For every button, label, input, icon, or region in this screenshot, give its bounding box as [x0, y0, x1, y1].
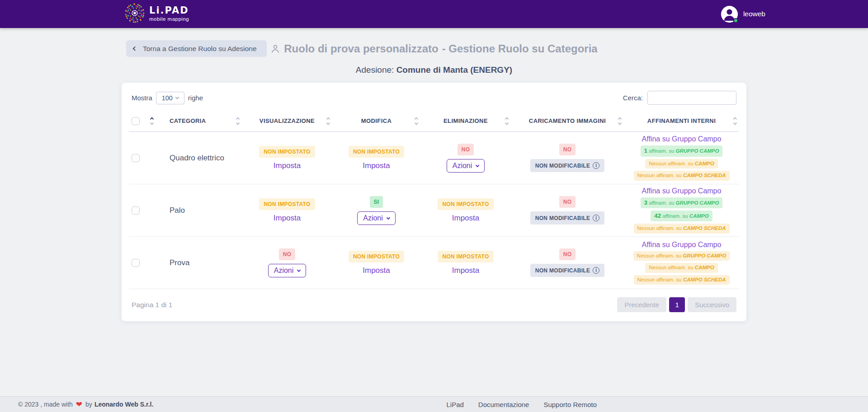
imposta-link[interactable]: Imposta [363, 266, 390, 275]
non-modificabile-badge: NON MODIFICABILE i [530, 159, 604, 172]
show-label: Mostra [132, 94, 152, 102]
sort-control[interactable] [326, 117, 330, 125]
logo-title: Li.PAD [149, 5, 189, 16]
info-icon[interactable]: i [593, 267, 599, 274]
footer-link-lipad[interactable]: LiPad [446, 401, 463, 408]
row-checkbox[interactable] [132, 206, 140, 215]
table-header-row: CATEGORIA VISUALIZZAZIONE MODIFICA ELIMI… [129, 110, 739, 132]
page-title-suffix: - Gestione Ruolo su Categoria [442, 42, 598, 55]
header-caricamento-immagini[interactable]: CARICAMENTO IMMAGINI [511, 110, 624, 131]
affinamenti-badge: 42 affinam. su CAMPO [651, 211, 712, 221]
current-page-button[interactable]: 1 [669, 297, 685, 312]
affinamenti-badge: Nessun affinam. su GRUPPO CAMPO [633, 251, 730, 261]
affinamenti-badge: Nessun affinam. su CAMPO SCHEDA [634, 224, 730, 234]
app-logo[interactable]: Li.PAD mobile mapping [124, 3, 189, 25]
navbar: Li.PAD mobile mapping leoweb [0, 0, 868, 28]
sort-control[interactable] [236, 117, 240, 125]
affinamenti-cell: Affina su Gruppo Campo 1 affinam. su GRU… [624, 135, 739, 180]
azioni-dropdown[interactable]: Azioni [447, 159, 485, 173]
imposta-link[interactable]: Imposta [363, 161, 390, 170]
copyright: © 2023 , made with ❤ by Leonardo Web S.r… [18, 400, 153, 409]
row-checkbox[interactable] [132, 154, 140, 162]
previous-page-button[interactable]: Precedente [617, 297, 666, 312]
status-badge: NO [559, 248, 576, 260]
row-checkbox[interactable] [132, 259, 140, 267]
category-name: Prova [170, 258, 189, 267]
affinamenti-cell: Affina su Gruppo Campo Nessun affinam. s… [624, 241, 739, 285]
next-page-button[interactable]: Successivo [688, 297, 736, 312]
status-badge: NO [559, 144, 576, 155]
sort-control[interactable] [618, 117, 622, 125]
visualizzazione-cell: NO Azioni [242, 248, 332, 277]
status-badge: NON IMPOSTATO [259, 198, 315, 210]
chevron-left-icon [133, 47, 137, 51]
affina-link[interactable]: Affina su Gruppo Campo [642, 241, 722, 249]
non-modificabile-badge: NON MODIFICABILE i [530, 264, 604, 277]
affinamenti-badge: Nessun affinam. su CAMPO [645, 159, 717, 169]
header-modifica[interactable]: MODIFICA [332, 110, 420, 131]
affinamenti-badge: Nessun affinam. su CAMPO SCHEDA [634, 171, 730, 181]
rows-label: righe [188, 94, 203, 102]
status-badge: NON IMPOSTATO [259, 146, 315, 158]
chevron-down-icon [175, 95, 179, 99]
eliminazione-cell: NON IMPOSTATO Imposta [420, 251, 511, 275]
info-icon[interactable]: i [593, 162, 599, 169]
azioni-dropdown[interactable]: Azioni [268, 264, 307, 277]
sort-control[interactable] [733, 117, 737, 125]
role-name: Ruolo di prova personalizzato [284, 42, 438, 55]
heart-icon: ❤ [76, 400, 82, 409]
sort-control[interactable] [150, 117, 154, 125]
eliminazione-cell: NO Azioni [420, 144, 511, 173]
sort-control[interactable] [414, 117, 419, 125]
adesione-label: Adesione: [356, 65, 394, 75]
status-badge: NON IMPOSTATO [349, 251, 404, 262]
sort-control[interactable] [505, 117, 509, 125]
pagination-info: Pagina 1 di 1 [132, 301, 173, 309]
affina-link[interactable]: Affina su Gruppo Campo [642, 135, 722, 143]
imposta-link[interactable]: Imposta [274, 214, 301, 223]
chevron-down-icon [387, 215, 390, 219]
modifica-cell: SI Azioni [332, 196, 420, 225]
caricamento-cell: NO NON MODIFICABILE i [511, 248, 624, 277]
page-size-value: 100 [162, 94, 173, 102]
logo-burst-icon [124, 3, 145, 25]
status-badge: NO [458, 144, 474, 155]
header-eliminazione[interactable]: ELIMINAZIONE [420, 110, 511, 131]
header-categoria[interactable]: CATEGORIA [156, 110, 242, 131]
search-input[interactable] [647, 91, 736, 105]
affinamenti-badge: 1 affinam. su GRUPPO CAMPO [641, 145, 723, 156]
person-icon [270, 44, 280, 54]
affinamenti-cell: Affina su Gruppo Campo 3 affinam. su GRU… [624, 187, 739, 234]
header-affinamenti-interni[interactable]: AFFINAMENTI INTERNI [624, 110, 739, 131]
header-visualizzazione[interactable]: VISUALIZZAZIONE [242, 110, 332, 131]
visualizzazione-cell: NON IMPOSTATO Imposta [242, 198, 332, 223]
category-name: Quadro elettrico [170, 154, 224, 163]
select-all-checkbox[interactable] [132, 117, 140, 125]
caricamento-cell: NO NON MODIFICABILE i [511, 144, 624, 172]
category-name: Palo [170, 206, 185, 215]
avatar[interactable] [721, 6, 738, 23]
imposta-link[interactable]: Imposta [452, 266, 479, 275]
affinamenti-badge: Nessun affinam. su CAMPO SCHEDA [634, 275, 730, 285]
azioni-dropdown[interactable]: Azioni [357, 211, 396, 225]
online-status-dot [733, 18, 738, 23]
affinamenti-badge: 3 affinam. su GRUPPO CAMPO [641, 197, 723, 208]
imposta-link[interactable]: Imposta [452, 214, 479, 223]
footer-link-supporto-remoto[interactable]: Supporto Remoto [543, 401, 597, 408]
user-menu[interactable]: leoweb [721, 6, 765, 23]
page-size-select[interactable]: 100 [156, 92, 184, 104]
company-name: Leonardo Web S.r.l. [94, 401, 153, 408]
status-badge: NO [279, 248, 296, 260]
affina-link[interactable]: Affina su Gruppo Campo [642, 187, 722, 195]
table-row: Prova NO Azioni NON IMPOSTATO Imposta NO… [129, 237, 739, 289]
table-row: Palo NON IMPOSTATO Imposta SI Azioni NON… [129, 184, 739, 237]
table-card: Mostra 100 righe Cerca: CATEGOR [122, 83, 746, 321]
imposta-link[interactable]: Imposta [274, 161, 301, 170]
footer-link-documentazione[interactable]: Documentazione [478, 401, 529, 408]
status-badge: NON IMPOSTATO [349, 146, 404, 158]
affinamenti-badge: Nessun affinam. su CAMPO [645, 263, 717, 273]
back-button[interactable]: Torna a Gestione Ruolo su Adesione [126, 40, 267, 57]
info-icon[interactable]: i [593, 215, 599, 221]
username: leoweb [743, 10, 765, 18]
visualizzazione-cell: NON IMPOSTATO Imposta [242, 146, 332, 170]
